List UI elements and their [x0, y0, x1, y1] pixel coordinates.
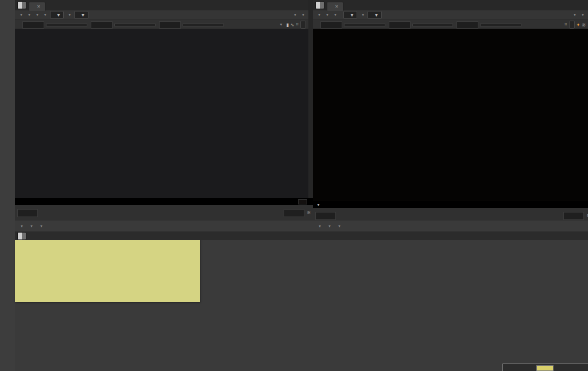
fps-dropdown[interactable]: ▼	[315, 225, 323, 228]
viewer2-tabstrip: ✕	[15, 0, 308, 10]
range-mode-dropdown[interactable]: ▼	[335, 225, 343, 228]
roi-icon[interactable]: ⌗	[296, 22, 299, 28]
input-a-dropdown[interactable]: ▼	[50, 11, 64, 19]
saturation-input[interactable]	[159, 21, 181, 29]
range-start-input[interactable]	[17, 209, 38, 217]
timeline-ruler[interactable]	[338, 210, 561, 222]
view-mode-dropdown[interactable]	[569, 21, 575, 29]
zoom-dropdown[interactable]: ▼	[291, 13, 299, 17]
proxy-ratio-dropdown[interactable]: ▼	[578, 13, 586, 17]
viewer2-statusbar	[15, 198, 315, 205]
range-end-input[interactable]	[284, 209, 304, 217]
pane-layout-icon[interactable]	[17, 232, 26, 240]
close-icon[interactable]: ✕	[335, 4, 339, 9]
viewer1-pane: ✕ ▼ ▼ ▼ ▼ ▼ ▼ ▼ ▼	[313, 0, 588, 231]
range-start-input[interactable]	[315, 212, 336, 220]
layer-dropdown[interactable]: ▼	[323, 13, 331, 17]
gamma-input[interactable]	[389, 21, 411, 29]
viewer2-toolbar: ▼ ▼ ▼ ▼ ▼ ▼ ▼ ▼ ▼	[15, 10, 308, 20]
range-mode-dropdown[interactable]: ▼	[37, 225, 45, 228]
pane-layout-icon[interactable]	[17, 1, 26, 9]
view-mode-dropdown[interactable]	[300, 21, 306, 29]
gamma-slider[interactable]	[412, 24, 454, 26]
display-channel-dropdown[interactable]: ▼	[331, 13, 339, 17]
gamma-slider[interactable]	[114, 24, 156, 26]
tf-dropdown[interactable]: ▼	[325, 225, 333, 228]
range-end-input[interactable]	[563, 212, 584, 220]
viewer2-transport: ▼ ▼ ▼	[15, 221, 313, 231]
input-a-dropdown[interactable]: ▼	[343, 11, 357, 19]
viewer1-transport: ▼ ▼ ▼	[313, 221, 588, 231]
saturation-slider[interactable]	[183, 24, 224, 26]
gain-slider[interactable]	[344, 24, 385, 26]
viewer1-image-viewport[interactable]	[313, 29, 588, 201]
tab-viewer2[interactable]: ✕	[29, 2, 45, 11]
clipped-yellow-node	[536, 365, 554, 371]
wipe-dropdown[interactable]: ▼	[65, 13, 73, 17]
input-b-dropdown[interactable]: ▼	[368, 11, 381, 19]
roi-icon[interactable]: ⌗	[564, 22, 567, 28]
saturation-slider[interactable]	[480, 24, 521, 26]
ruler-options-icon[interactable]: ≋	[307, 210, 311, 215]
viewer1-statusbar: ▼	[313, 201, 588, 208]
viewer2-3d-viewport[interactable]	[15, 29, 308, 198]
nuke-application-window: ✕ ▼ ▼ ▼ ▼ ▼ ▼ ▼ ▼ ▼	[0, 0, 588, 371]
lut-dropdown[interactable]: ▼	[41, 13, 49, 17]
gain-slider[interactable]	[46, 24, 87, 26]
curve-icon[interactable]: ∿	[291, 22, 295, 28]
node-toolbar-strip	[0, 0, 16, 371]
channels-dropdown[interactable]: ▼	[315, 13, 323, 17]
framing-icon[interactable]: ▮	[286, 22, 288, 28]
gamma-input[interactable]	[91, 21, 113, 29]
pixel-swatch	[298, 199, 307, 204]
bottom-panel-tabs	[15, 231, 588, 240]
clipped-panel-edge	[502, 364, 588, 371]
timeline-ruler[interactable]	[40, 207, 281, 219]
lock-mode-dropdown[interactable]: ▼	[276, 23, 284, 26]
pane-layout-icon[interactable]	[315, 1, 324, 9]
chevron-down-icon[interactable]: ▼	[316, 203, 320, 207]
zoom-dropdown[interactable]: ▼	[570, 13, 578, 17]
input-b-dropdown[interactable]: ▼	[74, 11, 88, 19]
tab-viewer1[interactable]: ✕	[327, 2, 343, 11]
paint-icon[interactable]: ✦	[577, 22, 581, 28]
gain-input[interactable]	[22, 21, 44, 29]
waveform-icon[interactable]: ≋	[582, 22, 586, 28]
close-icon[interactable]: ✕	[37, 4, 41, 9]
saturation-input[interactable]	[457, 21, 478, 29]
viewer2-pane: ✕ ▼ ▼ ▼ ▼ ▼ ▼ ▼ ▼ ▼	[15, 0, 308, 231]
viewer2-frame-ruler: ≋	[15, 205, 313, 221]
wipe-dropdown[interactable]: ▼	[358, 13, 366, 17]
gain-input[interactable]	[320, 21, 342, 29]
3d-scene	[15, 29, 308, 198]
layer-dropdown[interactable]: ▼	[25, 13, 33, 17]
viewer1-toolbar: ▼ ▼ ▼ ▼ ▼ ▼ ▼ ▼	[313, 10, 588, 20]
display-channel-dropdown[interactable]: ▼	[33, 13, 41, 17]
fps-dropdown[interactable]: ▼	[17, 225, 25, 228]
sticky-note[interactable]	[15, 239, 200, 302]
viewer1-tabstrip: ✕	[313, 0, 588, 10]
tf-dropdown[interactable]: ▼	[27, 225, 35, 228]
proxy-ratio-dropdown[interactable]: ▼	[299, 13, 307, 17]
channels-dropdown[interactable]: ▼	[17, 13, 25, 17]
crypt-image	[313, 29, 588, 201]
